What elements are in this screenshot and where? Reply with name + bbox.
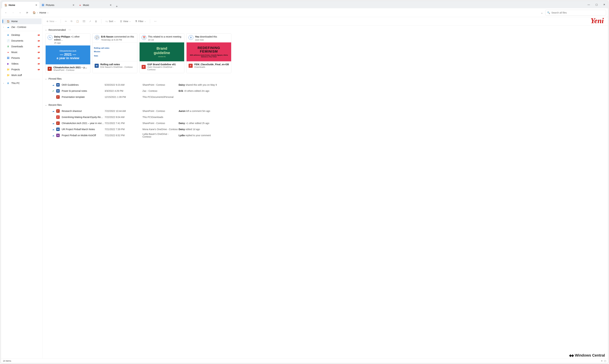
file-row[interactable]: P Greenlining-Making-Racial-Equity-Rea… …	[45, 114, 605, 120]
recommended-card[interactable]: ⬇ You downloaded this Just now REDEFININ…	[186, 33, 231, 73]
tab-pictures[interactable]: 🖼 Pictures ✕	[39, 2, 77, 8]
sidebar-item-onedrive[interactable]: › ☁ Zac - Contoso	[2, 24, 41, 30]
nav-toolbar: ← → ↑ ⟳ 🏠 › Home › ⌄ 🔍	[1, 8, 608, 17]
section-header-pinned[interactable]: ⌄ Pinned files	[44, 76, 605, 81]
file-row[interactable]: ☁ P ClimateAction.tech 2021 – year in re…	[45, 120, 605, 126]
file-row[interactable]: ✔ W Power bi personal notes 3/3/2022 4:2…	[45, 88, 605, 94]
sidebar-item-videos[interactable]: ▶ Videos 📌	[2, 61, 41, 66]
chevron-down-icon: ⌄	[114, 20, 116, 22]
pin-icon[interactable]: 📌	[37, 62, 40, 65]
pin-icon[interactable]: 📌	[37, 56, 40, 60]
chevron-right-icon[interactable]: ›	[3, 26, 4, 28]
folder-icon: 📁	[7, 74, 10, 77]
view-button[interactable]: ☰ View ⌄	[119, 19, 132, 24]
sidebar-item-pictures[interactable]: 🖼 Pictures 📌	[2, 55, 41, 61]
sort-icon: ↑↓	[105, 20, 108, 23]
card-thumbnail: ClimateAction.tech— 2021 —a year in revi…	[46, 45, 90, 64]
tab-music[interactable]: ● Music ✕	[77, 2, 114, 8]
sidebar-item-downloads[interactable]: ⬇ Downloads 📌	[2, 44, 41, 49]
new-tab-button[interactable]: ＋	[114, 4, 120, 8]
sidebar-item-label: Documents	[11, 39, 23, 42]
section-title: Pinned files	[49, 77, 62, 80]
pin-icon[interactable]: 📌	[37, 45, 40, 48]
tab-label: Pictures	[46, 4, 54, 6]
delete-button[interactable]: 🗑	[93, 19, 99, 24]
card-location: Erik Nason's OneDrive - Contoso	[100, 66, 133, 68]
activity-badge-icon: ✎	[48, 35, 52, 40]
sort-button[interactable]: ↑↓ Sort ⌄	[104, 19, 117, 24]
sidebar-item-home[interactable]: 🏠 Home	[2, 18, 41, 24]
copy-button[interactable]: ⧉	[69, 19, 74, 24]
file-row[interactable]: ☁ W UR Project Pinball March Notes 7/21/…	[45, 126, 605, 132]
paste-button[interactable]: 📋	[75, 19, 80, 24]
more-icon[interactable]: ⋯	[68, 28, 71, 31]
thumbnails-view-button[interactable]: ▢	[604, 360, 606, 362]
breadcrumb-location[interactable]: Home	[39, 11, 46, 14]
pin-icon[interactable]: 📌	[37, 39, 40, 43]
section-header-recommended[interactable]: ⌄ Recommended ⋯	[44, 27, 605, 32]
chevron-down-icon: ⌄	[129, 20, 131, 22]
more-button[interactable]: ⋯	[153, 19, 158, 24]
cut-button[interactable]: ✂	[64, 19, 68, 24]
sidebar-item-documents[interactable]: 📄 Documents 📌	[2, 38, 41, 44]
sidebar-item-workstuff[interactable]: 📁 Work stuff	[2, 72, 41, 78]
file-type-icon: W	[56, 128, 60, 131]
separator	[150, 19, 150, 23]
back-button[interactable]: ←	[3, 10, 9, 16]
new-button[interactable]: ⊕ New ⌄	[45, 19, 58, 24]
breadcrumb[interactable]: 🏠 › Home ›	[33, 11, 48, 14]
activity-badge-icon: 💬	[95, 35, 99, 40]
card-location: SharePoint - Contoso	[53, 69, 88, 71]
pin-icon[interactable]: 📌	[37, 50, 40, 54]
sidebar-item-projects[interactable]: 📁 Projects 📌	[2, 66, 41, 72]
filter-button[interactable]: ⚗ Filter ⌄	[134, 19, 147, 24]
close-icon[interactable]: ✕	[35, 4, 37, 6]
file-date: 5/20/2022 9:23 AM	[104, 83, 142, 86]
cloud-status-icon: ✔	[51, 90, 56, 92]
maximize-button[interactable]: ▢	[593, 1, 600, 8]
details-view-button[interactable]: ≡	[601, 360, 602, 362]
sidebar-item-desktop[interactable]: 🖥 Desktop 📌	[2, 32, 41, 38]
content-area[interactable]: ⌄ Recommended ⋯ ✎ Daisy Philipps +1 othe…	[43, 26, 608, 358]
chevron-right-icon[interactable]: ›	[3, 82, 4, 84]
sidebar-item-label: Desktop	[11, 34, 20, 36]
file-row[interactable]: ☁ N Project Pinball on Mobile KickOff 7/…	[45, 132, 605, 138]
pin-icon[interactable]: 📌	[37, 68, 40, 71]
chevron-down-icon[interactable]: ⌄	[45, 28, 47, 31]
search-box[interactable]: 🔍	[545, 10, 606, 15]
file-row[interactable]: P Presentation template 12/15/2021 1:39 …	[45, 94, 605, 100]
close-window-button[interactable]: ✕	[600, 1, 608, 8]
recommended-card[interactable]: 💬 Erik Nason commented on this Yesterday…	[92, 33, 137, 73]
sidebar-item-music[interactable]: ● Music 📌	[2, 49, 41, 55]
up-button[interactable]: ↑	[17, 10, 23, 16]
pin-icon[interactable]: 📌	[37, 33, 40, 37]
search-input[interactable]	[551, 11, 604, 14]
refresh-button[interactable]: ⟳	[24, 10, 30, 16]
overlay-label: Yeni	[591, 16, 604, 25]
section-header-recent[interactable]: ⌄ Recent files	[44, 103, 605, 107]
rename-button[interactable]: ⌧	[81, 19, 87, 24]
close-icon[interactable]: ✕	[110, 4, 112, 6]
file-row[interactable]: ☁ W OKR Guidelines 5/20/2022 9:23 AM Sha…	[45, 82, 605, 88]
pinned-file-list: ☁ W OKR Guidelines 5/20/2022 9:23 AM Sha…	[45, 82, 605, 100]
close-icon[interactable]: ✕	[73, 4, 75, 6]
cloud-status-icon: ☁	[51, 122, 56, 125]
main-pane: ⊕ New ⌄ ✂ ⧉ 📋 ⌧ ↗ 🗑 ↑↓ Sort ⌄	[43, 17, 608, 358]
file-location: SharePoint - Contoso	[143, 122, 178, 125]
cloud-status-icon: ☁	[51, 110, 56, 112]
file-name: Presentation template	[62, 96, 104, 98]
recommended-card[interactable]: 📅 This related to a recent meeting 14 Ju…	[139, 33, 184, 73]
chevron-down-icon[interactable]: ⌄	[45, 104, 47, 106]
file-type-icon: P	[142, 65, 146, 69]
tab-home[interactable]: 🏠 Home ✕	[2, 2, 39, 8]
sidebar-item-this-pc[interactable]: › 🖥 This PC	[2, 80, 41, 86]
file-row[interactable]: ☁ P Research shareout 7/22/2022 10:44 AM…	[45, 108, 605, 114]
file-date: 12/15/2021 1:39 PM	[104, 96, 142, 98]
share-button[interactable]: ↗	[88, 19, 92, 24]
forward-button[interactable]: →	[10, 10, 16, 16]
minimize-button[interactable]: —	[585, 1, 593, 8]
chevron-down-icon[interactable]: ⌄	[45, 78, 47, 80]
videos-icon: ▶	[7, 62, 10, 65]
address-history-dropdown[interactable]: ⌄	[540, 11, 544, 14]
recommended-card[interactable]: ✎ Daisy Philipps +1 other edited… 2h ago…	[45, 33, 91, 73]
